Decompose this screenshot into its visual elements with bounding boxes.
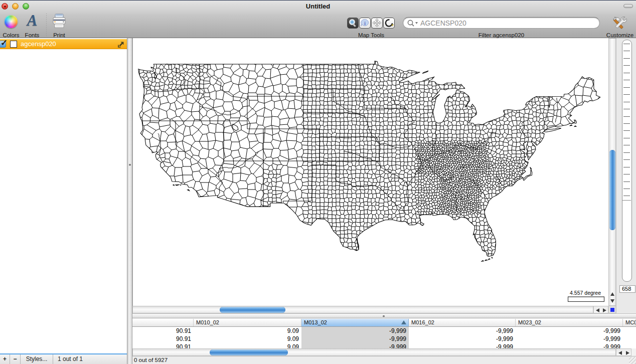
table-cell: 90.91 bbox=[132, 335, 194, 343]
toolbar-toggle-button[interactable] bbox=[623, 4, 633, 8]
scroll-right-icon[interactable] bbox=[626, 351, 629, 355]
column-header-label: MC0 bbox=[625, 319, 636, 325]
ruler-tick bbox=[623, 73, 630, 73]
window-resize-grip[interactable] bbox=[629, 357, 636, 364]
pan-tool-icon bbox=[372, 18, 382, 28]
ruler-tick bbox=[623, 58, 630, 59]
ruler-tick bbox=[623, 130, 630, 131]
zoom-scale-field[interactable]: 658 bbox=[619, 285, 635, 293]
print-button[interactable]: Print bbox=[48, 14, 70, 32]
map-tool-rotate-button[interactable] bbox=[383, 18, 395, 29]
print-label: Print bbox=[48, 32, 70, 38]
table-cell: -9,999 bbox=[301, 327, 409, 335]
map-tools-label: Map Tools bbox=[347, 32, 395, 38]
ruler-tick bbox=[623, 196, 630, 196]
us-counties-map bbox=[133, 38, 606, 306]
search-input[interactable] bbox=[420, 18, 591, 28]
layer-visibility-checkbox[interactable]: ✓ bbox=[0, 41, 6, 48]
map-horizontal-scrollbar[interactable] bbox=[132, 306, 593, 313]
search-icon bbox=[407, 20, 420, 27]
layer-name: agcensp020 bbox=[21, 40, 56, 48]
table-cell: -9,999 bbox=[301, 335, 409, 343]
ruler-tick bbox=[623, 181, 630, 182]
zoom-ruler[interactable] bbox=[622, 40, 632, 282]
scroll-right-icon[interactable] bbox=[603, 308, 606, 312]
layer-row[interactable]: ✓ agcensp020 bbox=[0, 39, 127, 49]
table-cell: -9,999 bbox=[409, 327, 516, 335]
table-cell: 9.09 bbox=[194, 327, 301, 335]
column-header-label: M023_02 bbox=[518, 319, 541, 325]
ruler-tick bbox=[623, 152, 630, 153]
window-title: Untitled bbox=[0, 2, 636, 11]
scroll-up-icon[interactable] bbox=[610, 292, 614, 296]
column-header[interactable]: M016_02 bbox=[409, 319, 516, 326]
ruler-tick bbox=[623, 159, 630, 160]
plus-icon: + bbox=[3, 355, 7, 362]
county-boundaries bbox=[139, 61, 599, 256]
customize-button[interactable]: Customize bbox=[604, 14, 636, 32]
ruler-stop-line bbox=[622, 200, 631, 201]
splitter-grip bbox=[383, 315, 385, 317]
ruler-tick bbox=[623, 167, 630, 167]
scrollbar-corner bbox=[608, 306, 616, 313]
minus-icon: − bbox=[13, 355, 17, 362]
column-header[interactable]: MC0 bbox=[623, 319, 636, 326]
table-horizontal-scrollbar[interactable] bbox=[132, 348, 616, 356]
map-tool-zoom-button[interactable] bbox=[347, 18, 359, 29]
ruler-tick bbox=[623, 87, 630, 88]
layer-color-swatch[interactable] bbox=[10, 41, 17, 48]
map-tool-pan-button[interactable] bbox=[371, 18, 383, 29]
pane-indicator-icon[interactable] bbox=[610, 308, 614, 312]
fonts-icon: A bbox=[22, 12, 42, 30]
color-wheel-icon bbox=[5, 15, 18, 28]
table-header: M010_02M013_02M016_02M023_02MC0 bbox=[132, 319, 636, 327]
sidebar-splitter[interactable] bbox=[127, 38, 132, 364]
table-splitter[interactable] bbox=[132, 313, 636, 318]
table-cell: 90.91 bbox=[132, 327, 194, 335]
column-header-label: M010_02 bbox=[196, 319, 219, 325]
ruler-tick bbox=[623, 109, 630, 109]
table-row[interactable]: 90.919.09-9,999-9,999-9,999 bbox=[132, 335, 636, 343]
layer-count-label: 1 out of 1 bbox=[53, 354, 113, 364]
info-tool-icon: i bbox=[360, 18, 370, 28]
styles-button[interactable]: Styles... bbox=[21, 354, 53, 364]
scroll-left-icon[interactable] bbox=[618, 351, 622, 355]
map-vertical-scrollbar[interactable] bbox=[608, 38, 616, 306]
selection-status: 0 out of 5927 bbox=[134, 357, 168, 363]
table-row[interactable]: 90.919.09-9,999-9,999-9,999 bbox=[132, 327, 636, 335]
ruler-tick bbox=[623, 174, 630, 174]
column-header[interactable]: M023_02 bbox=[516, 319, 623, 326]
svg-text:i: i bbox=[364, 20, 366, 26]
checkmark-icon: ✓ bbox=[1, 38, 8, 48]
zoom-to-layer-icon[interactable] bbox=[117, 40, 125, 49]
column-header[interactable]: M013_02 bbox=[301, 319, 409, 326]
ruler-tick bbox=[623, 138, 630, 138]
rotate-tool-icon bbox=[384, 18, 394, 28]
table-cell bbox=[623, 335, 636, 343]
table-scrollbar-corner bbox=[631, 348, 636, 356]
table-cell: -9,999 bbox=[516, 335, 623, 343]
ruler-tick bbox=[623, 65, 630, 66]
map-scale-label: 4.557 degree bbox=[552, 290, 601, 296]
map-hscrollbar-thumb[interactable] bbox=[220, 307, 285, 313]
map-scale-bar bbox=[568, 296, 604, 302]
map-view[interactable] bbox=[132, 38, 606, 306]
scroll-left-icon[interactable] bbox=[596, 308, 599, 312]
filter-search-field[interactable] bbox=[403, 17, 600, 29]
remove-layer-button[interactable]: − bbox=[10, 354, 20, 364]
table-cell bbox=[623, 327, 636, 335]
map-tool-info-button[interactable]: i bbox=[359, 18, 371, 29]
ruler-tick bbox=[623, 51, 630, 51]
ruler-tick bbox=[623, 116, 630, 117]
ruler-tick bbox=[623, 94, 630, 95]
scroll-down-icon[interactable] bbox=[610, 299, 614, 303]
add-layer-button[interactable]: + bbox=[0, 354, 10, 364]
map-vscrollbar-thumb[interactable] bbox=[609, 150, 615, 230]
table-cell: -9,999 bbox=[409, 335, 516, 343]
column-header[interactable] bbox=[132, 319, 194, 326]
column-header[interactable]: M010_02 bbox=[194, 319, 301, 326]
filter-label: Filter agcensp020 bbox=[403, 32, 600, 38]
sort-ascending-icon bbox=[401, 320, 406, 324]
table-hscrollbar-thumb[interactable] bbox=[210, 349, 288, 355]
ruler-tick bbox=[623, 80, 630, 80]
